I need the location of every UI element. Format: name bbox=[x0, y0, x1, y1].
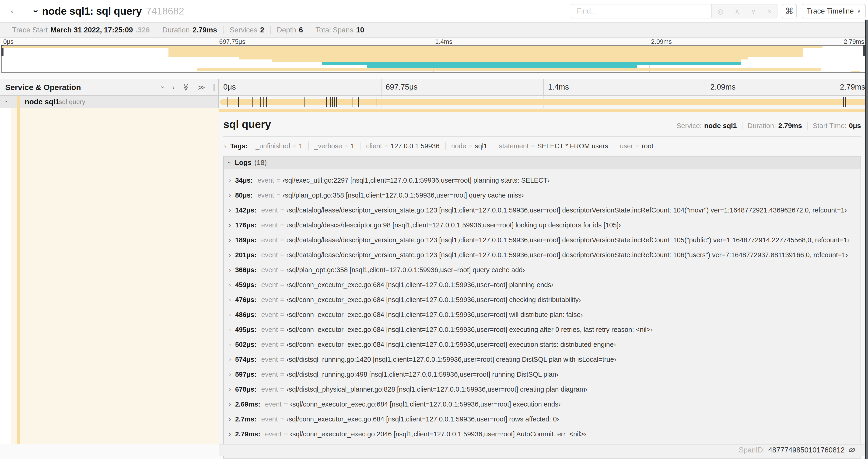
keyboard-shortcuts-button[interactable]: ⌘ bbox=[782, 4, 797, 19]
log-tick-mark bbox=[358, 97, 359, 107]
stat-label: Total Spans bbox=[315, 26, 353, 34]
minimap-span-bar bbox=[239, 57, 748, 60]
log-equals: = bbox=[280, 251, 284, 259]
time-tick-label: 1.4ms bbox=[433, 38, 453, 45]
chevron-right-icon[interactable]: › bbox=[229, 341, 231, 348]
log-event-value: ‹sql/catalog/lease/descriptor_version_st… bbox=[286, 236, 849, 244]
chevron-right-icon[interactable]: › bbox=[229, 207, 231, 214]
chevron-right-icon[interactable]: › bbox=[229, 222, 231, 229]
log-row[interactable]: ›486μs:event=‹sql/conn_executor_exec.go:… bbox=[224, 307, 861, 322]
clear-search-icon[interactable]: × bbox=[767, 7, 771, 15]
log-row[interactable]: ›80μs:event=‹sql/plan_opt.go:358 [nsql1,… bbox=[224, 188, 861, 203]
tag-item: statement=SELECT * FROM users bbox=[493, 142, 614, 150]
find-input[interactable] bbox=[571, 4, 711, 18]
chevron-down-icon[interactable]: › bbox=[31, 9, 42, 13]
chevron-right-icon[interactable]: › bbox=[229, 386, 231, 393]
log-tick-mark bbox=[332, 97, 333, 107]
deep-link-icon[interactable] bbox=[848, 446, 856, 454]
log-event-key: event bbox=[261, 296, 278, 304]
expand-all-icon[interactable]: ≫ bbox=[198, 83, 205, 91]
log-row[interactable]: ›142μs:event=‹sql/catalog/lease/descript… bbox=[224, 203, 861, 218]
chevron-right-icon[interactable]: › bbox=[229, 266, 231, 273]
log-row[interactable]: ›459μs:event=‹sql/conn_executor_exec.go:… bbox=[224, 277, 861, 292]
log-row[interactable]: ›678μs:event=‹sql/distsql_physical_plann… bbox=[224, 382, 861, 397]
logs-list: ›34μs:event=‹sql/exec_util.go:2297 [nsql… bbox=[224, 169, 861, 443]
chevron-right-icon[interactable]: › bbox=[229, 281, 231, 289]
log-equals: = bbox=[284, 430, 288, 438]
log-row[interactable]: ›2.7ms:event=‹sql/conn_executor_exec.go:… bbox=[224, 412, 861, 427]
log-event-key: event bbox=[257, 176, 274, 184]
span-row-name-cell[interactable]: › node sql1 sql query bbox=[0, 96, 219, 108]
find-controls: ◎ ∧ ∨ × bbox=[711, 4, 777, 18]
collapse-all-icon[interactable]: ≫ bbox=[182, 84, 190, 91]
log-timestamp: 2.79ms: bbox=[235, 430, 260, 438]
span-bar[interactable] bbox=[220, 99, 867, 105]
log-tick-mark bbox=[330, 97, 331, 107]
log-row[interactable]: ›502μs:event=‹sql/conn_executor_exec.go:… bbox=[224, 337, 861, 352]
log-event-key: event bbox=[261, 206, 278, 214]
chevron-right-icon[interactable]: › bbox=[229, 401, 231, 408]
chevron-right-icon[interactable]: › bbox=[229, 192, 231, 199]
span-row[interactable]: › node sql1 sql query bbox=[0, 96, 868, 108]
chevron-right-icon[interactable]: › bbox=[229, 236, 231, 244]
log-timestamp: 678μs: bbox=[235, 386, 257, 393]
chevron-right-icon[interactable]: › bbox=[229, 296, 231, 303]
tag-equals: = bbox=[292, 142, 297, 150]
time-tick-label: 2.09ms bbox=[706, 83, 736, 91]
log-row[interactable]: ›34μs:event=‹sql/exec_util.go:2297 [nsql… bbox=[224, 173, 861, 188]
log-row[interactable]: ›2.69ms:event=‹sql/conn_executor_exec.go… bbox=[224, 397, 861, 412]
logs-header[interactable]: › Logs (18) bbox=[224, 157, 861, 169]
log-timestamp: 597μs: bbox=[235, 371, 257, 378]
log-row[interactable]: ›366μs:event=‹sql/plan_opt.go:358 [nsql1… bbox=[224, 262, 861, 277]
row-collapse-icon[interactable]: › bbox=[3, 101, 9, 103]
locate-icon[interactable]: ◎ bbox=[717, 7, 723, 15]
tags-accordion[interactable]: › Tags: _unfinished=1_verbose=1client=12… bbox=[223, 142, 861, 150]
page-title: node sql1: sql query bbox=[42, 5, 142, 17]
chevron-right-icon[interactable]: › bbox=[229, 416, 231, 423]
chevron-right-icon[interactable]: › bbox=[229, 371, 231, 378]
log-equals: = bbox=[280, 266, 284, 274]
next-match-icon[interactable]: ∨ bbox=[751, 7, 756, 15]
log-equals: = bbox=[280, 326, 284, 333]
log-tick-mark bbox=[326, 97, 327, 107]
timeline-header: Service & Operation › › ≫ ≫ 0μs697.75μs1… bbox=[0, 79, 868, 96]
log-equals: = bbox=[280, 356, 284, 363]
log-row[interactable]: ›189μs:event=‹sql/catalog/lease/descript… bbox=[224, 233, 861, 248]
log-timestamp: 574μs: bbox=[235, 356, 257, 363]
timeline-header-left: Service & Operation › › ≫ ≫ bbox=[0, 79, 219, 95]
log-event-value: ‹sql/conn_executor_exec.go:684 [nsql1,cl… bbox=[286, 415, 559, 423]
log-row[interactable]: ›597μs:event=‹sql/distsql_running.go:498… bbox=[224, 367, 861, 382]
log-row[interactable]: ›476μs:event=‹sql/conn_executor_exec.go:… bbox=[224, 292, 861, 307]
tag-item: client=127.0.0.1:59936 bbox=[360, 142, 445, 150]
chevron-right-icon[interactable]: › bbox=[229, 356, 231, 363]
span-service-name: node sql1 bbox=[25, 97, 60, 106]
log-row[interactable]: ›574μs:event=‹sql/distsql_running.go:142… bbox=[224, 352, 861, 367]
tag-equals: = bbox=[531, 142, 535, 150]
view-selector-button[interactable]: Trace Timeline ∨ bbox=[802, 4, 866, 19]
column-resizer-handle[interactable] bbox=[213, 84, 215, 91]
log-tick-mark bbox=[843, 97, 844, 107]
log-row[interactable]: ›2.79ms:event=‹sql/conn_executor_exec.go… bbox=[224, 427, 861, 441]
back-icon[interactable]: ← bbox=[9, 4, 20, 16]
expand-one-icon[interactable]: › bbox=[172, 83, 175, 91]
log-event-key: event bbox=[265, 400, 282, 408]
chevron-right-icon[interactable]: › bbox=[229, 252, 231, 259]
log-row[interactable]: ›201μs:event=‹sql/catalog/lease/descript… bbox=[224, 248, 861, 262]
log-row[interactable]: ›176μs:event=‹sql/catalog/descs/descript… bbox=[224, 218, 861, 233]
chevron-right-icon[interactable]: › bbox=[229, 326, 231, 333]
chevron-right-icon[interactable]: › bbox=[229, 431, 231, 438]
prev-match-icon[interactable]: ∧ bbox=[735, 7, 740, 15]
collapse-one-icon[interactable]: › bbox=[159, 86, 167, 88]
log-event-value: ‹sql/conn_executor_exec.go:684 [nsql1,cl… bbox=[286, 296, 581, 304]
minimap-canvas[interactable] bbox=[1, 45, 865, 73]
chevron-right-icon[interactable]: › bbox=[229, 311, 231, 318]
log-event-key: event bbox=[261, 236, 278, 244]
meta-value: 0μs bbox=[849, 122, 861, 130]
log-event-key: event bbox=[261, 281, 278, 289]
time-tick-label: 2.79ms bbox=[835, 83, 868, 91]
log-row[interactable]: ›495μs:event=‹sql/conn_executor_exec.go:… bbox=[224, 322, 861, 337]
chevron-right-icon[interactable]: › bbox=[229, 177, 231, 184]
log-timestamp: 476μs: bbox=[235, 296, 257, 304]
tag-value: 1 bbox=[299, 142, 303, 150]
log-event-key: event bbox=[261, 371, 278, 378]
